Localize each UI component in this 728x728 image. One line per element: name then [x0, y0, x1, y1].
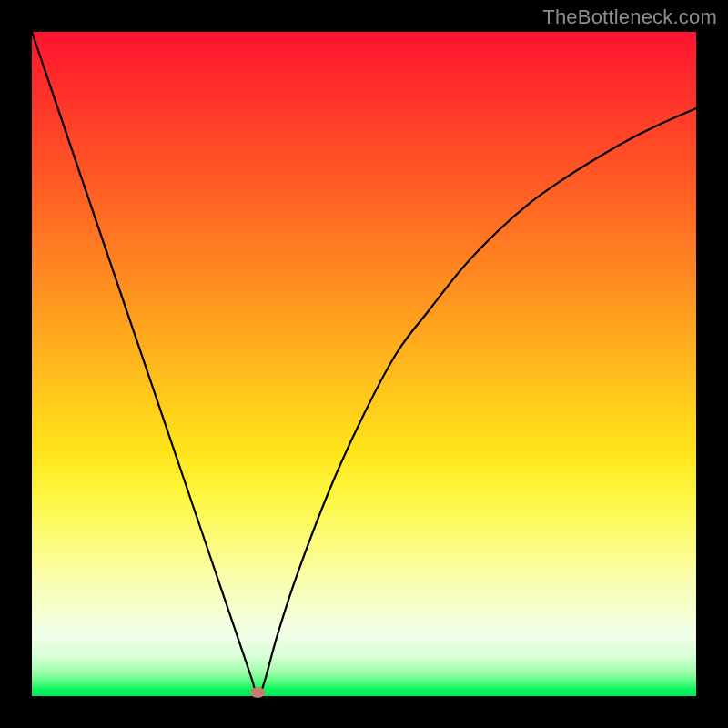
curve-layer: [32, 32, 696, 696]
plot-area: [32, 32, 696, 696]
optimal-point-marker: [250, 687, 265, 698]
watermark-text: TheBottleneck.com: [542, 5, 717, 29]
chart-frame: TheBottleneck.com: [0, 0, 728, 728]
bottleneck-curve: [32, 32, 696, 696]
